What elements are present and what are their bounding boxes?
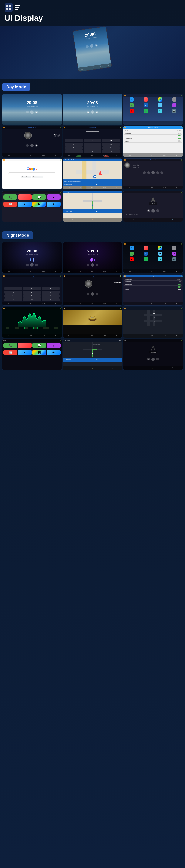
night-app-bt[interactable]: BT (143, 251, 149, 256)
app-spotify[interactable]: 🎵 (143, 109, 149, 113)
n1-prev[interactable]: ◀◀ (26, 264, 29, 266)
night-app-telegram[interactable]: ✈ (129, 246, 134, 250)
night-app-camera[interactable]: 📷 (172, 257, 177, 261)
n-cp-photos[interactable]: 🖼 (32, 350, 46, 355)
np-next[interactable]: ▶▶ (156, 209, 159, 212)
prev-btn[interactable]: ◀◀ (86, 45, 89, 48)
cp-music[interactable]: ♪ (18, 194, 31, 200)
next-btn[interactable]: ▶▶ (95, 44, 98, 47)
n-cp-appstore[interactable]: A (18, 350, 31, 355)
cp-podcast[interactable]: 🎙 (47, 194, 60, 200)
n5-prev[interactable]: ◀◀ (87, 292, 89, 295)
n2-play[interactable]: ⏸ (91, 263, 94, 267)
sm-track-2[interactable]: 华夏经典_抖音版.mp3 (131, 164, 142, 166)
wave-btn-3[interactable]: POP (24, 327, 28, 329)
cp-phone[interactable]: 📞 (3, 194, 17, 200)
next-2[interactable]: ▶▶ (96, 111, 98, 114)
dial-8[interactable]: 8▾ (84, 147, 102, 150)
night-app-phone[interactable]: 📞 (129, 251, 134, 256)
cp-messages[interactable]: 💬 (32, 194, 46, 200)
wave-btn-2[interactable]: ROCK (15, 327, 19, 329)
night-dial-1[interactable]: 1 (4, 287, 22, 290)
night-app-music[interactable]: ♪ (143, 246, 149, 250)
night-app-waze[interactable]: W (158, 257, 162, 261)
n12-next[interactable]: ▶▶ (156, 358, 159, 360)
n-cp-phone[interactable]: 📞 (3, 343, 17, 348)
dial-star[interactable]: * (65, 150, 83, 153)
cp-weather[interactable]: ☀ (47, 202, 60, 207)
n5-play[interactable]: ▶ (91, 292, 94, 296)
night-auto-connect-toggle[interactable] (178, 286, 181, 287)
n-cp-podcast[interactable]: 🎙 (47, 343, 60, 348)
play-btn[interactable]: ⏸ (90, 44, 94, 48)
wave-btn-5[interactable]: CLASSIC (43, 327, 49, 329)
n-cp-music[interactable]: ♪ (18, 343, 31, 348)
sm-prev[interactable]: ⏮ (143, 172, 146, 174)
bt-prev[interactable]: ◀◀ (26, 144, 29, 147)
dial-9[interactable]: 9▾ (102, 147, 120, 150)
n2-next[interactable]: ▶▶ (96, 264, 98, 266)
n-cp-news[interactable]: 📰 (3, 350, 17, 355)
night-app-podcast[interactable]: 🎙 (172, 251, 177, 256)
night-dial-7[interactable]: 7▾ (4, 294, 22, 298)
night-power-toggle[interactable] (178, 289, 181, 290)
night-auto-answer-toggle[interactable] (178, 284, 181, 285)
app-camera[interactable]: 📷 (172, 109, 177, 113)
app-maps[interactable]: 🗺 (158, 103, 162, 107)
lucky-btn[interactable]: I'm Feeling Lucky (32, 176, 43, 178)
google-search-btn[interactable]: Google Search (21, 176, 31, 178)
night-dial-9[interactable]: 9▾ (42, 294, 60, 298)
dial-4[interactable]: 4▾ (65, 143, 83, 146)
night-app-photos[interactable]: 🖼 (158, 246, 162, 250)
app-settings[interactable]: ⚙ (172, 97, 177, 102)
night-app-youtube[interactable]: ▶ (129, 257, 134, 261)
n12-play[interactable]: ▶ (151, 358, 155, 361)
play-1[interactable]: ⏸ (30, 111, 34, 114)
sm-track-3[interactable]: 华夏_总_抖音版.mp3 (131, 166, 142, 168)
dial-6[interactable]: 6▾ (102, 143, 120, 146)
google-search-bar[interactable] (8, 172, 55, 174)
dial-hash[interactable]: # (102, 150, 120, 153)
app-telegram[interactable]: ✈ (129, 97, 134, 102)
np-play[interactable]: ▶ (151, 209, 155, 213)
n-cp-go-btn[interactable]: GO (93, 359, 101, 361)
hamburger-button[interactable] (15, 5, 20, 10)
power-toggle[interactable] (178, 141, 181, 142)
night-dial-3[interactable]: 3▾ (42, 287, 60, 290)
night-dial-5[interactable]: 5▾ (23, 291, 41, 294)
sm-rew[interactable]: ◀◀ (147, 172, 150, 174)
sm-next[interactable]: ⏭ (160, 172, 163, 174)
wave-btn-1[interactable]: ALL (6, 327, 9, 329)
app-music[interactable]: ♪ (143, 97, 149, 102)
prev-2[interactable]: ◀◀ (87, 111, 89, 114)
n-cp-messages[interactable]: 💬 (32, 343, 46, 348)
dial-2[interactable]: 2▾ (84, 139, 102, 142)
night-dial-6[interactable]: 6▾ (42, 291, 60, 294)
night-dial-4[interactable]: 4▾ (4, 291, 22, 294)
night-app-settings[interactable]: ⚙ (172, 246, 177, 250)
cp-photos[interactable]: 🖼 (32, 202, 46, 207)
night-dial-0[interactable]: 0▾ (23, 298, 41, 301)
sm-track-1[interactable]: 华夏经典.mp3 (131, 162, 142, 164)
auto-answer-toggle[interactable] (178, 135, 181, 136)
n1-play[interactable]: ⏸ (30, 263, 34, 267)
dial-5[interactable]: 5▾ (84, 143, 102, 146)
app-waze[interactable]: W (158, 109, 162, 113)
n1-next[interactable]: ▶▶ (35, 264, 38, 266)
play-2[interactable]: ⏸ (91, 111, 94, 114)
sm-fwd[interactable]: ▶▶ (156, 172, 159, 174)
bt-play[interactable]: ▶ (30, 144, 34, 147)
go-button[interactable]: GO (93, 183, 101, 186)
np-prev[interactable]: ◀◀ (147, 209, 150, 212)
next-1[interactable]: ▶▶ (35, 111, 38, 114)
app-photos[interactable]: 🖼 (158, 97, 162, 102)
night-dial-8[interactable]: 8▾ (23, 294, 41, 298)
auto-connect-toggle[interactable] (178, 138, 181, 139)
n2-prev[interactable]: ◀◀ (87, 264, 89, 266)
dial-0[interactable]: 0▾ (84, 150, 102, 153)
wave-btn-4[interactable]: JAZZ (33, 327, 37, 329)
cp-news[interactable]: 📰 (3, 202, 17, 207)
n5-next[interactable]: ▶▶ (96, 292, 98, 295)
wave-btn-6[interactable]: FLAT (54, 327, 58, 329)
dial-3[interactable]: 3▾ (102, 139, 120, 142)
